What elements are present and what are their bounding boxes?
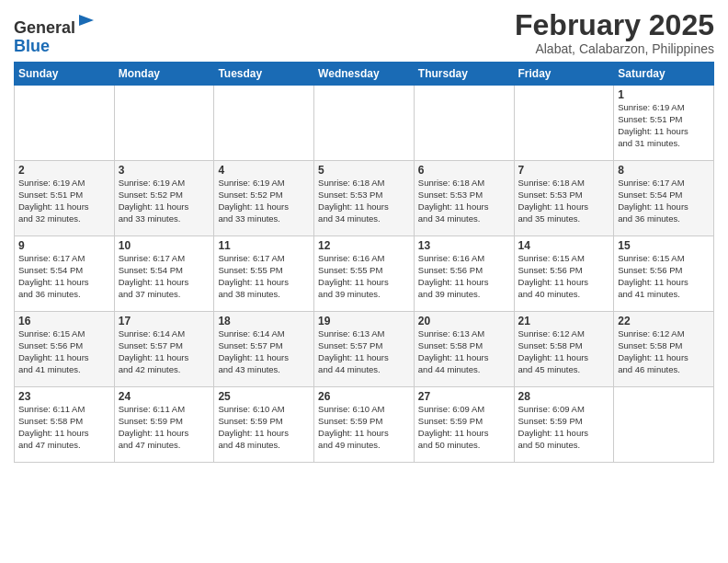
day-info: Sunrise: 6:18 AM Sunset: 5:53 PM Dayligh… <box>418 178 510 224</box>
calendar-cell: 19Sunrise: 6:13 AM Sunset: 5:57 PM Dayli… <box>314 312 415 387</box>
day-info: Sunrise: 6:19 AM Sunset: 5:51 PM Dayligh… <box>618 102 710 149</box>
day-info: Sunrise: 6:18 AM Sunset: 5:53 PM Dayligh… <box>318 178 410 224</box>
day-info: Sunrise: 6:16 AM Sunset: 5:55 PM Dayligh… <box>318 253 410 300</box>
calendar-table: SundayMondayTuesdayWednesdayThursdayFrid… <box>14 62 714 463</box>
day-info: Sunrise: 6:15 AM Sunset: 5:56 PM Dayligh… <box>518 253 610 300</box>
day-info: Sunrise: 6:17 AM Sunset: 5:54 PM Dayligh… <box>119 253 210 300</box>
calendar-cell: 9Sunrise: 6:17 AM Sunset: 5:54 PM Daylig… <box>15 236 115 312</box>
day-number: 15 <box>618 239 710 252</box>
week-row-4: 23Sunrise: 6:11 AM Sunset: 5:58 PM Dayli… <box>15 387 714 463</box>
day-info: Sunrise: 6:18 AM Sunset: 5:53 PM Dayligh… <box>518 178 610 224</box>
week-row-2: 9Sunrise: 6:17 AM Sunset: 5:54 PM Daylig… <box>15 236 714 312</box>
svg-marker-0 <box>79 15 94 26</box>
week-row-3: 16Sunrise: 6:15 AM Sunset: 5:56 PM Dayli… <box>15 312 714 387</box>
day-info: Sunrise: 6:11 AM Sunset: 5:59 PM Dayligh… <box>119 404 210 451</box>
calendar-cell <box>514 86 614 161</box>
day-of-week-saturday: Saturday <box>614 63 714 86</box>
day-number: 24 <box>119 390 210 403</box>
title-block: February 2025 Alabat, Calabarzon, Philip… <box>515 9 714 56</box>
day-number: 12 <box>318 239 410 252</box>
day-info: Sunrise: 6:19 AM Sunset: 5:52 PM Dayligh… <box>119 178 210 224</box>
calendar-cell: 22Sunrise: 6:12 AM Sunset: 5:58 PM Dayli… <box>614 312 714 387</box>
day-number: 23 <box>18 390 110 403</box>
week-row-1: 2Sunrise: 6:19 AM Sunset: 5:51 PM Daylig… <box>15 161 714 236</box>
day-number: 22 <box>618 315 710 327</box>
day-number: 21 <box>518 315 610 327</box>
day-info: Sunrise: 6:19 AM Sunset: 5:52 PM Dayligh… <box>218 178 310 224</box>
day-info: Sunrise: 6:15 AM Sunset: 5:56 PM Dayligh… <box>18 328 110 375</box>
day-number: 26 <box>318 390 410 403</box>
calendar-cell: 12Sunrise: 6:16 AM Sunset: 5:55 PM Dayli… <box>314 236 415 312</box>
day-info: Sunrise: 6:17 AM Sunset: 5:54 PM Dayligh… <box>618 178 710 224</box>
calendar-cell: 28Sunrise: 6:09 AM Sunset: 5:59 PM Dayli… <box>514 387 614 463</box>
calendar-cell: 16Sunrise: 6:15 AM Sunset: 5:56 PM Dayli… <box>15 312 115 387</box>
day-number: 4 <box>218 164 310 177</box>
calendar-cell: 7Sunrise: 6:18 AM Sunset: 5:53 PM Daylig… <box>514 161 614 236</box>
day-info: Sunrise: 6:13 AM Sunset: 5:57 PM Dayligh… <box>318 328 410 375</box>
day-of-week-monday: Monday <box>114 63 214 86</box>
calendar-cell: 20Sunrise: 6:13 AM Sunset: 5:58 PM Dayli… <box>414 312 514 387</box>
day-number: 11 <box>218 239 310 252</box>
calendar-cell <box>114 86 214 161</box>
calendar-cell: 1Sunrise: 6:19 AM Sunset: 5:51 PM Daylig… <box>614 86 714 161</box>
calendar-cell <box>214 86 314 161</box>
logo-blue-text: Blue <box>14 38 97 56</box>
day-number: 2 <box>18 164 110 177</box>
location: Alabat, Calabarzon, Philippines <box>515 41 714 56</box>
day-number: 13 <box>418 239 510 252</box>
day-number: 10 <box>119 239 210 252</box>
calendar-cell: 6Sunrise: 6:18 AM Sunset: 5:53 PM Daylig… <box>414 161 514 236</box>
day-number: 8 <box>618 164 710 177</box>
day-number: 1 <box>618 88 710 101</box>
day-number: 7 <box>518 164 610 177</box>
day-number: 25 <box>218 390 310 403</box>
calendar-cell: 26Sunrise: 6:10 AM Sunset: 5:59 PM Dayli… <box>314 387 415 463</box>
day-info: Sunrise: 6:15 AM Sunset: 5:56 PM Dayligh… <box>618 253 710 300</box>
day-info: Sunrise: 6:10 AM Sunset: 5:59 PM Dayligh… <box>318 404 410 451</box>
day-number: 28 <box>518 390 610 403</box>
day-info: Sunrise: 6:14 AM Sunset: 5:57 PM Dayligh… <box>119 328 210 375</box>
calendar-cell: 27Sunrise: 6:09 AM Sunset: 5:59 PM Dayli… <box>414 387 514 463</box>
calendar-cell: 25Sunrise: 6:10 AM Sunset: 5:59 PM Dayli… <box>214 387 314 463</box>
day-info: Sunrise: 6:09 AM Sunset: 5:59 PM Dayligh… <box>518 404 610 451</box>
day-info: Sunrise: 6:16 AM Sunset: 5:56 PM Dayligh… <box>418 253 510 300</box>
day-info: Sunrise: 6:17 AM Sunset: 5:54 PM Dayligh… <box>18 253 110 300</box>
calendar-cell: 17Sunrise: 6:14 AM Sunset: 5:57 PM Dayli… <box>114 312 214 387</box>
day-of-week-wednesday: Wednesday <box>314 63 415 86</box>
calendar-cell <box>414 86 514 161</box>
day-info: Sunrise: 6:09 AM Sunset: 5:59 PM Dayligh… <box>418 404 510 451</box>
logo-general: General <box>14 18 75 37</box>
calendar-cell: 24Sunrise: 6:11 AM Sunset: 5:59 PM Dayli… <box>114 387 214 463</box>
month-title: February 2025 <box>515 9 714 41</box>
calendar-body: 1Sunrise: 6:19 AM Sunset: 5:51 PM Daylig… <box>15 86 714 463</box>
day-of-week-thursday: Thursday <box>414 63 514 86</box>
day-info: Sunrise: 6:17 AM Sunset: 5:55 PM Dayligh… <box>218 253 310 300</box>
day-number: 17 <box>119 315 210 327</box>
day-number: 19 <box>318 315 410 327</box>
calendar-cell: 11Sunrise: 6:17 AM Sunset: 5:55 PM Dayli… <box>214 236 314 312</box>
calendar-cell: 8Sunrise: 6:17 AM Sunset: 5:54 PM Daylig… <box>614 161 714 236</box>
day-number: 6 <box>418 164 510 177</box>
logo: General Blue <box>14 13 97 56</box>
day-info: Sunrise: 6:19 AM Sunset: 5:51 PM Dayligh… <box>18 178 110 224</box>
page: General Blue February 2025 Alabat, Calab… <box>0 0 728 563</box>
calendar-cell <box>614 387 714 463</box>
calendar-cell <box>15 86 115 161</box>
day-number: 9 <box>18 239 110 252</box>
calendar-cell: 3Sunrise: 6:19 AM Sunset: 5:52 PM Daylig… <box>114 161 214 236</box>
calendar-cell: 21Sunrise: 6:12 AM Sunset: 5:58 PM Dayli… <box>514 312 614 387</box>
day-number: 16 <box>18 315 110 327</box>
day-info: Sunrise: 6:14 AM Sunset: 5:57 PM Dayligh… <box>218 328 310 375</box>
week-row-0: 1Sunrise: 6:19 AM Sunset: 5:51 PM Daylig… <box>15 86 714 161</box>
calendar-cell: 14Sunrise: 6:15 AM Sunset: 5:56 PM Dayli… <box>514 236 614 312</box>
day-info: Sunrise: 6:12 AM Sunset: 5:58 PM Dayligh… <box>518 328 610 375</box>
calendar-cell: 5Sunrise: 6:18 AM Sunset: 5:53 PM Daylig… <box>314 161 415 236</box>
header-row: SundayMondayTuesdayWednesdayThursdayFrid… <box>15 63 714 86</box>
day-info: Sunrise: 6:13 AM Sunset: 5:58 PM Dayligh… <box>418 328 510 375</box>
day-of-week-tuesday: Tuesday <box>214 63 314 86</box>
day-info: Sunrise: 6:12 AM Sunset: 5:58 PM Dayligh… <box>618 328 710 375</box>
day-number: 14 <box>518 239 610 252</box>
calendar-cell: 2Sunrise: 6:19 AM Sunset: 5:51 PM Daylig… <box>15 161 115 236</box>
calendar-cell <box>314 86 415 161</box>
day-of-week-friday: Friday <box>514 63 614 86</box>
